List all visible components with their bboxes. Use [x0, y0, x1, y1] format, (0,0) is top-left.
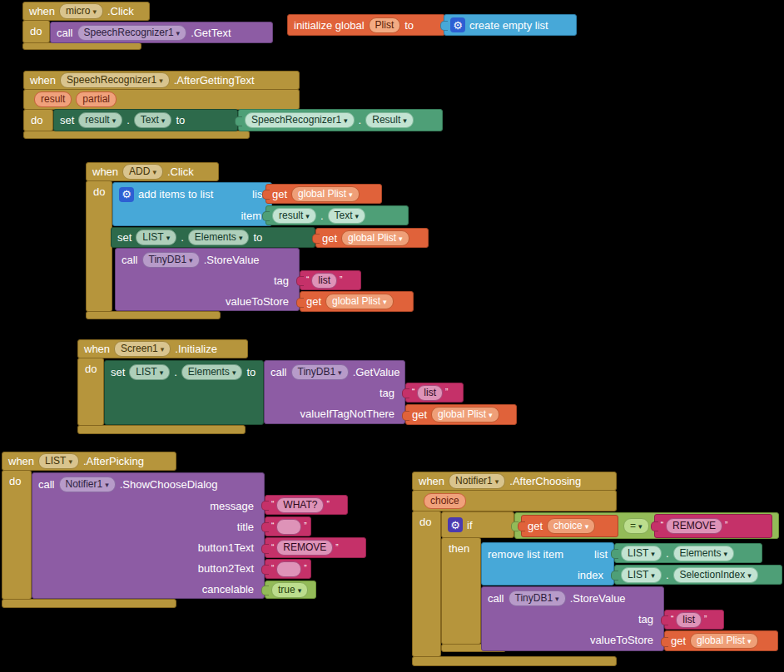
component-dropdown[interactable]: SpeechRecognizer1 [245, 112, 355, 128]
empty-text-string-block[interactable]: “ ” [265, 516, 311, 536]
event-block-header[interactable]: when ADD .Click [86, 162, 219, 181]
call-showchoosedialog-block[interactable]: call Notifier1 .ShowChooseDialog message… [32, 472, 265, 599]
dropdown-label: global Plist [697, 634, 745, 648]
variable-name-field[interactable]: Plist [369, 17, 401, 33]
component-dropdown[interactable]: SpeechRecognizer1 [77, 25, 187, 41]
variable-dropdown[interactable]: global Plist [431, 407, 499, 422]
property-dropdown[interactable]: Text [328, 208, 366, 224]
text-field[interactable]: WHAT? [276, 497, 324, 513]
component-dropdown[interactable]: Screen1 [114, 341, 171, 357]
set-result-text-block[interactable]: set result . Text to [53, 109, 238, 131]
component-dropdown[interactable]: LIST [621, 546, 662, 561]
get-global-plist-block[interactable]: get global Plist [664, 630, 778, 651]
get-speechrecognizer-result-block[interactable]: SpeechRecognizer1 . Result [238, 109, 443, 131]
when-label: when [92, 166, 118, 178]
variable-dropdown[interactable]: global Plist [690, 633, 758, 649]
component-dropdown[interactable]: micro [59, 3, 103, 19]
dropdown-label: SelectionIndex [680, 568, 746, 582]
text-string-block[interactable]: “ WHAT? ” [265, 495, 348, 515]
call-tinydb-storevalue-block[interactable]: call TinyDB1 .StoreValue tag valueToStor… [481, 586, 664, 651]
param-result-badge[interactable]: result [34, 91, 72, 107]
empty-text-string-block[interactable]: “ ” [265, 559, 311, 579]
get-global-plist-block[interactable]: get global Plist [300, 291, 414, 312]
text-string-block[interactable]: “ REMOVE ” [265, 537, 366, 558]
text-field[interactable]: list [676, 612, 702, 628]
get-list-selectionindex-block[interactable]: LIST . SelectionIndex [614, 565, 782, 585]
get-list-elements-block[interactable]: LIST . Elements [614, 543, 762, 563]
if-block-header[interactable]: if [441, 511, 514, 538]
variable-dropdown[interactable]: result [78, 112, 122, 128]
variable-dropdown[interactable]: global Plist [341, 230, 409, 246]
get-global-plist-block[interactable]: get global Plist [315, 228, 429, 248]
mutator-gear-icon[interactable] [450, 17, 465, 32]
property-dropdown[interactable]: Text [134, 112, 172, 128]
text-field[interactable]: list [311, 273, 337, 289]
text-field[interactable]: list [417, 385, 443, 401]
logic-dropdown[interactable]: true [271, 582, 308, 598]
equals-comparison-block[interactable]: get choice = “ REMOVE ” [514, 512, 779, 539]
param-choice-badge[interactable]: choice [424, 493, 466, 509]
component-dropdown[interactable]: Notifier1 [449, 473, 505, 489]
set-list-elements-block[interactable]: set LIST . Elements to [111, 227, 315, 248]
text-string-block[interactable]: “ REMOVE ” [654, 514, 772, 538]
event-block-header[interactable]: when Screen1 .Initialize [77, 339, 248, 358]
component-dropdown[interactable]: TinyDB1 [509, 590, 566, 606]
get-global-plist-block[interactable]: get global Plist [265, 184, 382, 204]
event-block-header[interactable]: when micro .Click [22, 2, 150, 21]
property-dropdown[interactable]: Elements [181, 364, 243, 380]
get-choice-block[interactable]: get choice [521, 515, 618, 537]
component-dropdown[interactable]: ADD [122, 164, 163, 180]
init-global-block[interactable]: initialize global Plist to [287, 14, 445, 36]
add-items-to-list-block[interactable]: add items to list list item [112, 182, 272, 226]
dropdown-label: result [85, 113, 109, 127]
text-field[interactable]: REMOVE [276, 540, 333, 556]
event-block-header[interactable]: when LIST .AfterPicking [2, 452, 176, 471]
component-dropdown[interactable]: LIST [38, 453, 79, 469]
property-dropdown[interactable]: Elements [673, 546, 735, 561]
component-dropdown[interactable]: TinyDB1 [142, 252, 200, 268]
component-dropdown[interactable]: LIST [136, 230, 176, 245]
variable-dropdown[interactable]: result [272, 208, 316, 224]
remove-list-item-block[interactable]: remove list item list index [481, 542, 614, 586]
logic-true-block[interactable]: true [265, 581, 316, 599]
text-field[interactable]: REMOVE [666, 518, 722, 534]
variable-dropdown[interactable]: global Plist [325, 294, 394, 309]
variable-dropdown[interactable]: global Plist [291, 186, 360, 202]
component-dropdown[interactable]: TinyDB1 [291, 364, 349, 380]
call-gettext-block[interactable]: call SpeechRecognizer1 .GetText [50, 22, 273, 43]
component-dropdown[interactable]: Notifier1 [59, 477, 116, 492]
text-string-block[interactable]: “ list ” [300, 270, 361, 290]
text-field[interactable] [276, 519, 301, 535]
mutator-gear-icon[interactable] [119, 187, 134, 202]
property-dropdown[interactable]: SelectionIndex [673, 567, 758, 583]
mutator-gear-icon[interactable] [448, 517, 463, 532]
dropdown-label: Screen1 [121, 342, 158, 356]
text-field[interactable] [276, 561, 301, 577]
button2text-socket-label: button2Text [198, 562, 254, 575]
then-label: then [442, 538, 480, 555]
dropdown-arrow-icon [298, 583, 302, 597]
component-dropdown[interactable]: LIST [129, 364, 170, 380]
param-partial-badge[interactable]: partial [76, 91, 117, 107]
variable-dropdown[interactable]: choice [547, 518, 595, 534]
get-result-text-block[interactable]: result . Text [265, 205, 409, 225]
create-empty-list-block[interactable]: create empty list [444, 14, 577, 36]
property-dropdown[interactable]: Result [365, 112, 414, 128]
blocks-workspace[interactable]: when micro .Click do call SpeechRecogniz… [0, 0, 784, 672]
event-block-footer [86, 311, 221, 319]
text-string-block[interactable]: “ list ” [405, 383, 464, 403]
get-global-plist-block[interactable]: get global Plist [405, 404, 517, 425]
operator-dropdown[interactable]: = [623, 518, 649, 534]
component-dropdown[interactable]: LIST [621, 567, 662, 583]
call-label: call [270, 366, 287, 378]
component-dropdown[interactable]: SpeechRecognizer1 [60, 72, 170, 88]
property-dropdown[interactable]: Elements [188, 230, 250, 245]
valuetostore-socket-label: valueToStore [226, 295, 289, 308]
event-block-header[interactable]: when SpeechRecognizer1 .AfterGettingText [23, 71, 300, 90]
call-tinydb-getvalue-block[interactable]: call TinyDB1 .GetValue tag valueIfTagNot… [264, 360, 405, 424]
call-tinydb-storevalue-block[interactable]: call TinyDB1 .StoreValue tag valueToStor… [115, 248, 300, 311]
title-socket-row: title [32, 516, 264, 537]
text-string-block[interactable]: “ list ” [664, 610, 724, 630]
set-list-elements-block[interactable]: set LIST . Elements to [104, 360, 264, 425]
event-block-header[interactable]: when Notifier1 .AfterChoosing [412, 472, 617, 491]
